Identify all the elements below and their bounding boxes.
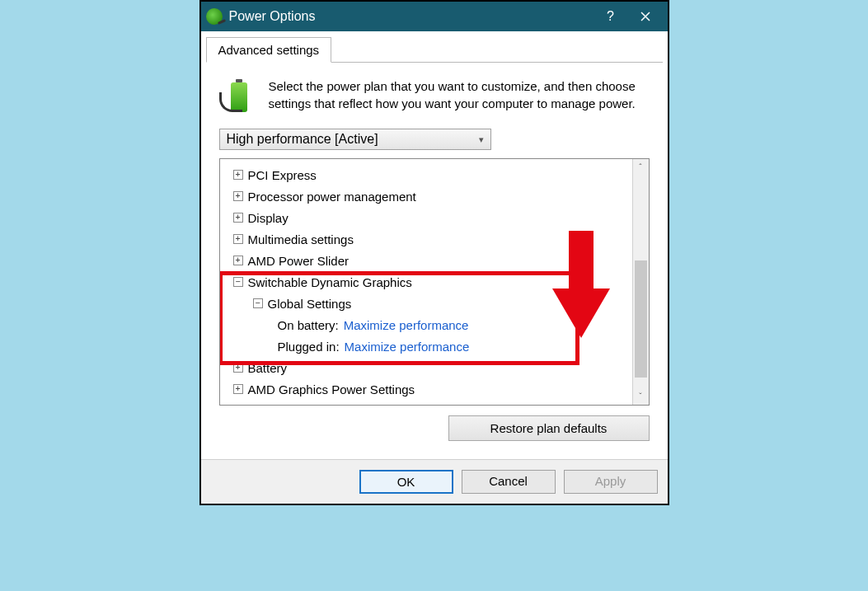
tree-row[interactable]: +Battery: [225, 357, 631, 378]
tree-row[interactable]: +Processor power management: [225, 185, 631, 207]
expand-icon[interactable]: +: [233, 363, 243, 373]
power-plan-select[interactable]: High performance [Active] ▾: [219, 129, 491, 150]
tree-row[interactable]: On battery: Maximize performance: [225, 314, 631, 335]
tree-item-label: Battery: [248, 361, 288, 375]
tree-item-label: AMD Power Slider: [248, 254, 350, 268]
intro-text: Select the power plan that you want to c…: [269, 77, 650, 117]
power-icon: [206, 8, 223, 25]
settings-tree: +PCI Express+Processor power management+…: [219, 158, 650, 406]
tab-strip: Advanced settings: [206, 36, 663, 63]
collapse-icon[interactable]: −: [253, 298, 263, 308]
help-button[interactable]: ?: [594, 2, 628, 31]
tree-row[interactable]: −Global Settings: [225, 293, 631, 314]
apply-button[interactable]: Apply: [564, 470, 658, 494]
tree-row[interactable]: +AMD Graphics Power Settings: [225, 378, 631, 400]
tree-row[interactable]: +AMD Power Slider: [225, 250, 631, 271]
tree-item-value[interactable]: Maximize performance: [345, 340, 470, 354]
tree-item-label: Display: [248, 211, 289, 225]
ok-button[interactable]: OK: [359, 470, 453, 494]
power-options-window: Power Options ? Advanced settings Select…: [199, 0, 669, 505]
battery-plug-icon: [219, 77, 259, 117]
expand-icon[interactable]: +: [233, 256, 243, 265]
expand-icon[interactable]: +: [233, 384, 243, 394]
tree-content: +PCI Express+Processor power management+…: [220, 159, 632, 405]
tree-item-label: On battery:: [278, 318, 339, 332]
tree-item-label: PCI Express: [248, 168, 317, 182]
tree-row[interactable]: −Switchable Dynamic Graphics: [225, 271, 631, 293]
restore-defaults-button[interactable]: Restore plan defaults: [448, 415, 650, 441]
tree-row[interactable]: +Display: [225, 207, 631, 228]
tree-item-label: Global Settings: [268, 297, 352, 311]
scroll-track[interactable]: [633, 176, 649, 388]
titlebar: Power Options ?: [201, 2, 668, 31]
chevron-down-icon: ▾: [479, 134, 484, 145]
expand-icon[interactable]: +: [233, 234, 243, 244]
content-area: Advanced settings Select the power plan …: [201, 31, 668, 459]
tree-item-label: Processor power management: [248, 190, 416, 204]
tree-item-label: Switchable Dynamic Graphics: [248, 275, 412, 289]
tree-item-value[interactable]: Maximize performance: [344, 318, 469, 332]
power-plan-value: High performance [Active]: [227, 132, 378, 147]
tree-row[interactable]: +Multimedia settings: [225, 228, 631, 250]
expand-icon[interactable]: +: [233, 170, 243, 180]
tree-row[interactable]: Plugged in: Maximize performance: [225, 335, 631, 357]
tree-item-label: Multimedia settings: [248, 232, 354, 246]
scroll-down-icon[interactable]: ˇ: [633, 388, 649, 405]
tab-advanced-settings[interactable]: Advanced settings: [206, 37, 332, 63]
cancel-button[interactable]: Cancel: [462, 470, 556, 494]
expand-icon[interactable]: +: [233, 213, 243, 223]
expand-icon[interactable]: +: [233, 191, 243, 201]
collapse-icon[interactable]: −: [233, 277, 243, 287]
tree-item-label: AMD Graphics Power Settings: [248, 382, 415, 396]
tree-row[interactable]: +PCI Express: [225, 164, 631, 185]
close-button[interactable]: [628, 2, 663, 31]
scrollbar[interactable]: ˆ ˇ: [632, 159, 649, 405]
scroll-thumb[interactable]: [635, 260, 647, 378]
intro-row: Select the power plan that you want to c…: [206, 73, 663, 129]
tree-item-label: Plugged in:: [278, 340, 340, 354]
button-bar: OK Cancel Apply: [201, 459, 668, 504]
scroll-up-icon[interactable]: ˆ: [633, 159, 649, 176]
window-title: Power Options: [229, 9, 594, 24]
